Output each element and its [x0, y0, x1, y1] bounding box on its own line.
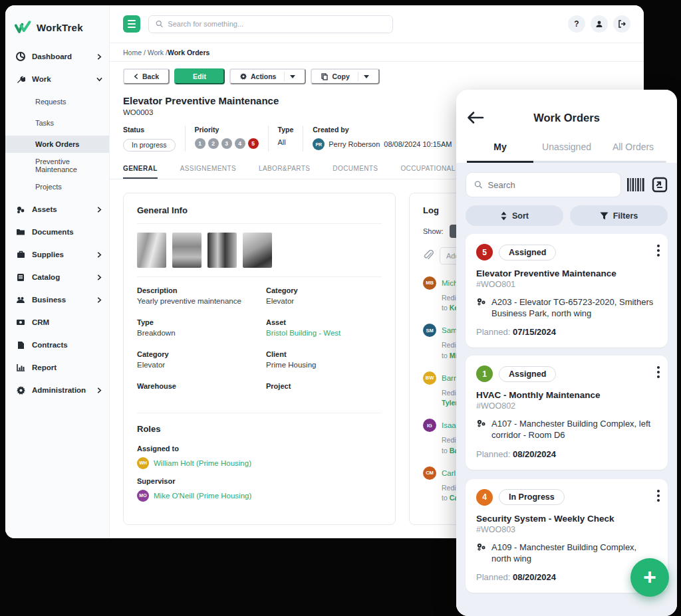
user-button[interactable] [591, 15, 608, 33]
photo-thumbnails [137, 224, 382, 277]
created-by-section: Created by PR Perry Roberson 08/08/2024 … [303, 126, 461, 152]
tab-general[interactable]: GENERAL [123, 165, 158, 179]
planned-date: 08/20/2024 [513, 449, 556, 459]
breadcrumb-path[interactable]: Home / Work / [123, 49, 168, 56]
sidebar-item-work-orders[interactable]: Work Orders [5, 136, 109, 153]
work-order-card[interactable]: 1 Assigned HVAC - Monthly Maintenance #W… [466, 356, 668, 469]
qr-scan-icon[interactable] [652, 177, 668, 193]
logout-icon [618, 20, 626, 28]
panel-search-input[interactable] [488, 180, 613, 190]
filters-button[interactable]: Filters [570, 205, 668, 226]
back-arrow-icon[interactable] [467, 111, 484, 124]
add-work-order-fab[interactable]: + [630, 558, 669, 597]
sort-button[interactable]: Sort [466, 205, 563, 226]
card-asset: A203 - Elevator TG-65723-2020, Smithers … [491, 296, 657, 319]
tab-labor-parts[interactable]: LABOR&PARTS [259, 165, 310, 179]
tab-my[interactable]: My [467, 142, 533, 161]
elevator-photo-1[interactable] [137, 233, 166, 268]
asset-gears-icon [476, 419, 486, 441]
tab-all-orders[interactable]: All Orders [600, 142, 666, 161]
status-section: Status In progress [123, 126, 185, 152]
sidebar-item-business[interactable]: Business [5, 290, 109, 310]
bar-chart-icon [16, 363, 25, 372]
avatar: IG [423, 419, 436, 432]
sidebar-item-contracts[interactable]: Contracts [5, 335, 109, 355]
sidebar-item-preventive-maintenance[interactable]: Preventive Maintenance [5, 157, 109, 174]
sidebar-item-tasks[interactable]: Tasks [5, 114, 109, 132]
avatar: PR [313, 138, 325, 150]
actions-button[interactable]: Actions [229, 68, 307, 84]
card-menu-button[interactable] [657, 245, 660, 257]
field-category-2: Category Elevator [137, 350, 253, 370]
asset-link[interactable]: Bristol Building - West [266, 329, 382, 338]
back-button[interactable]: Back [123, 68, 170, 84]
sidebar-item-assets[interactable]: Assets [5, 199, 109, 219]
avatar: MB [423, 276, 436, 290]
sidebar-item-projects[interactable]: Projects [5, 178, 109, 195]
edit-button[interactable]: Edit [174, 68, 225, 84]
avatar: WH [137, 457, 149, 469]
brand-logo: WorkTrek [5, 17, 109, 37]
worktrek-logo-icon [15, 21, 32, 34]
elevator-photo-4[interactable] [243, 233, 272, 268]
hamburger-menu-button[interactable] [123, 15, 140, 33]
book-icon [16, 272, 25, 282]
planned-date: 07/15/2024 [513, 327, 556, 337]
sidebar-item-report[interactable]: Report [5, 358, 109, 377]
sidebar-item-label: Assets [32, 205, 90, 213]
priority-3[interactable]: 3 [221, 138, 232, 149]
global-search-input[interactable] [168, 20, 386, 28]
planned-date: 08/20/2024 [513, 572, 556, 582]
elevator-photo-2[interactable] [172, 233, 202, 268]
barcode-scan-icon[interactable] [626, 177, 646, 193]
priority-1[interactable]: 1 [195, 138, 205, 149]
breadcrumb[interactable]: Home / Work / Work Orders [110, 43, 644, 62]
card-code: #WOO803 [476, 525, 657, 534]
sidebar-item-documents[interactable]: Documents [5, 222, 109, 242]
card-menu-button[interactable] [657, 366, 660, 378]
logout-button[interactable] [613, 15, 630, 33]
type-value: All [278, 138, 294, 146]
supervisor-person[interactable]: MO Mike O'Neill (Prime Housing) [137, 490, 382, 502]
sidebar-item-label: Administration [32, 386, 90, 394]
card-menu-button[interactable] [657, 490, 660, 502]
priority-5-selected[interactable]: 5 [248, 138, 259, 149]
status-badge: In progress [123, 139, 176, 152]
sidebar-item-work[interactable]: Work [5, 69, 109, 89]
chevron-right-icon [96, 54, 102, 60]
priority-4[interactable]: 4 [235, 138, 245, 149]
panel-search[interactable] [466, 172, 621, 197]
sidebar-item-label: Documents [32, 228, 102, 236]
filter-icon [600, 212, 609, 220]
sidebar-item-label: Dashboard [32, 52, 90, 60]
assigned-to-person[interactable]: WH William Holt (Prime Housing) [137, 457, 382, 469]
dropdown-caret-icon [364, 75, 369, 78]
planned-label: Planned: [476, 327, 510, 337]
card-asset: A109 - Manchester Building Complex, nort… [491, 542, 642, 564]
priority-2[interactable]: 2 [208, 138, 219, 149]
tab-unassigned[interactable]: Unassigned [533, 142, 600, 161]
tab-assignements[interactable]: ASSIGNEMENTS [180, 165, 236, 179]
chevron-right-icon [96, 387, 102, 393]
work-order-card[interactable]: 5 Assigned Elevator Preventive Maintenan… [466, 234, 668, 348]
status-badge: Assigned [499, 366, 556, 382]
tab-documents[interactable]: DOCUMENTS [333, 165, 378, 179]
sidebar-item-administration[interactable]: Administration [5, 380, 109, 400]
sidebar-item-label: CRM [32, 318, 102, 326]
global-search[interactable] [148, 15, 393, 33]
sidebar-item-dashboard[interactable]: Dashboard [5, 47, 109, 66]
supervisor-link[interactable]: Mike O'Neill (Prime Housing) [154, 492, 251, 500]
sidebar-item-catalog[interactable]: Catalog [5, 267, 109, 287]
sidebar-item-crm[interactable]: CRM [5, 312, 109, 332]
planned-label: Planned: [476, 572, 510, 582]
field-type: Type Breakdown [137, 318, 253, 338]
paperclip-icon[interactable] [423, 250, 434, 261]
help-button[interactable]: ? [568, 15, 585, 33]
elevator-photo-3[interactable] [207, 233, 237, 268]
asset-gears-icon [476, 297, 486, 319]
sidebar-item-supplies[interactable]: Supplies [5, 245, 109, 264]
sidebar-item-requests[interactable]: Requests [5, 93, 109, 110]
assigned-to-link[interactable]: William Holt (Prime Housing) [154, 459, 251, 467]
created-by-datetime: 08/08/2024 10:15AM [384, 140, 452, 148]
copy-button[interactable]: Copy [311, 68, 379, 84]
